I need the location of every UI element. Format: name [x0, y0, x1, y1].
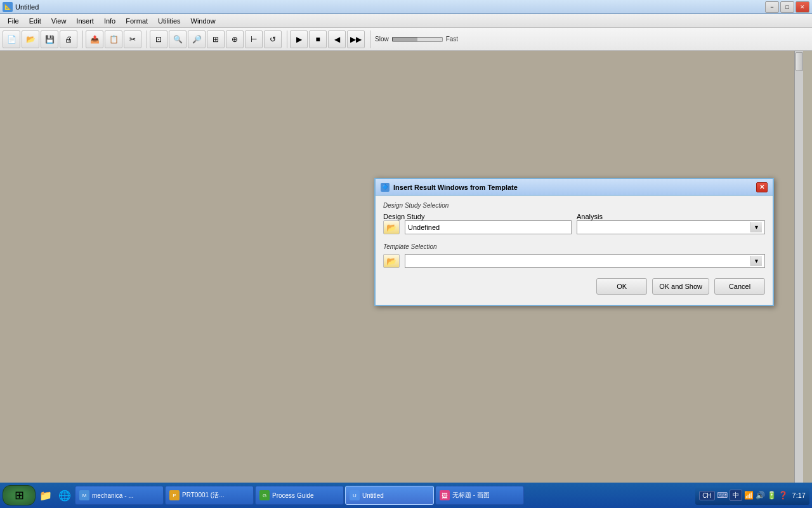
scroll-thumb[interactable] [796, 52, 803, 71]
slow-label: Slow [375, 36, 389, 43]
taskbar-paint-icon: 🖼 [440, 490, 450, 500]
dialog-close-button[interactable]: ✕ [756, 182, 768, 192]
taskbar-untitled[interactable]: U Untitled [345, 486, 434, 505]
zoom-window-button[interactable]: ⊕ [226, 30, 244, 48]
taskbar-paint-label: 无标题 - 画图 [452, 491, 490, 500]
tray-help: ❓ [778, 491, 788, 500]
analysis-field-row: ▼ [577, 220, 765, 234]
menu-view[interactable]: View [46, 16, 72, 26]
taskbar-untitled-label: Untitled [362, 492, 384, 499]
taskbar-guide-icon: G [259, 490, 270, 500]
tray-keyboard: ⌨ [717, 491, 728, 500]
design-study-label: Design Study [383, 213, 572, 220]
play-button[interactable]: ▶ [290, 30, 308, 48]
taskbar-process-guide[interactable]: G Process Guide [255, 486, 344, 505]
design-study-value[interactable]: Undefined [405, 220, 572, 234]
template-field-row: 📂 ▼ [383, 254, 765, 268]
dialog-buttons: OK OK and Show Cancel [383, 276, 765, 297]
copy-page-button[interactable]: 📋 [105, 30, 122, 48]
menu-bar: File Edit View Insert Info Format Utilit… [0, 14, 812, 28]
fast-label: Fast [446, 36, 458, 43]
taskbar-paint[interactable]: 🖼 无标题 - 画图 [435, 486, 524, 505]
save-button[interactable]: 💾 [41, 30, 58, 48]
design-study-analysis-row: Design Study 📂 Undefined Analysis ▼ [383, 213, 765, 241]
close-button[interactable]: ✕ [796, 1, 809, 13]
zoom-in-button[interactable]: 🔍 [169, 30, 187, 48]
taskbar-untitled-icon: U [350, 490, 360, 500]
menu-window[interactable]: Window [186, 16, 221, 26]
new-button[interactable]: 📄 [3, 30, 20, 48]
taskbar-prt-icon: P [169, 490, 180, 500]
maximize-button[interactable]: □ [780, 1, 794, 13]
menu-edit[interactable]: Edit [24, 16, 46, 26]
dialog-body: Design Study Selection Design Study 📂 Un… [376, 196, 773, 305]
taskbar: ⊞ 📁 🌐 M mechanica - ... P PRT0001 (活... … [0, 483, 812, 508]
system-tray: CH ⌨ 中 📶 🔊 🔋 ❓ 7:17 [695, 486, 809, 505]
insert-button[interactable]: ⊢ [245, 30, 263, 48]
open-button[interactable]: 📂 [22, 30, 39, 48]
rotate-button[interactable]: ↺ [264, 30, 282, 48]
sep3 [284, 30, 287, 48]
ok-and-show-button[interactable]: OK and Show [652, 278, 709, 295]
analysis-label: Analysis [577, 213, 765, 220]
taskbar-prt-label: PRT0001 (活... [182, 491, 225, 500]
design-study-col: Design Study 📂 Undefined [383, 213, 572, 241]
lang-indicator: CH [699, 491, 714, 500]
zoom-fit-button[interactable]: ⊞ [207, 30, 225, 48]
tray-volume: 🔊 [756, 491, 765, 500]
zoom-out-button[interactable]: 🔎 [188, 30, 206, 48]
window-title: Untitled [15, 3, 765, 11]
app-icon: 📐 [3, 2, 13, 12]
sep2 [144, 30, 147, 48]
title-bar: 📐 Untitled − □ ✕ [0, 0, 812, 14]
menu-utilities[interactable]: Utilities [153, 16, 185, 26]
template-section-label: Template Selection [383, 243, 765, 250]
analysis-dropdown[interactable]: ▼ [577, 220, 765, 234]
right-scrollbar[interactable] [794, 51, 803, 483]
tray-time: 7:17 [792, 491, 806, 499]
lang-input: 中 [730, 490, 742, 501]
toolbar: 📄 📂 💾 🖨 📤 📋 ✂ ⊡ 🔍 🔎 ⊞ ⊕ ⊢ ↺ ▶ ■ ◀ ▶▶ Slo… [0, 28, 812, 51]
speed-slider[interactable] [392, 37, 443, 42]
sep4 [367, 30, 370, 48]
design-study-folder-button[interactable]: 📂 [383, 220, 400, 234]
cut-button[interactable]: ✂ [124, 30, 141, 48]
app-area: 📐 Untitled − □ ✕ File Edit View Insert I… [0, 0, 812, 483]
select-button[interactable]: ⊡ [150, 30, 167, 48]
dialog-icon: 🔷 [381, 183, 390, 192]
menu-format[interactable]: Format [121, 16, 153, 26]
cancel-button[interactable]: Cancel [714, 278, 765, 295]
prev-button[interactable]: ◀ [328, 30, 346, 48]
ok-button[interactable]: OK [596, 278, 647, 295]
analysis-col: Analysis ▼ [577, 213, 765, 241]
minimize-button[interactable]: − [765, 1, 779, 13]
print-button[interactable]: 🖨 [60, 30, 77, 48]
analysis-dropdown-arrow[interactable]: ▼ [750, 222, 762, 232]
start-button[interactable]: ⊞ [3, 485, 36, 505]
quicklaunch-ie[interactable]: 🌐 [56, 486, 74, 504]
template-folder-button[interactable]: 📂 [383, 254, 400, 268]
menu-file[interactable]: File [3, 16, 24, 26]
menu-insert[interactable]: Insert [71, 16, 99, 26]
taskbar-guide-label: Process Guide [272, 492, 314, 499]
design-study-field-row: 📂 Undefined [383, 220, 572, 234]
dialog-title-bar: 🔷 Insert Result Windows from Template ✕ [376, 179, 773, 196]
template-dropdown[interactable]: ▼ [405, 254, 765, 268]
sep1 [80, 30, 83, 48]
menu-info[interactable]: Info [99, 16, 121, 26]
taskbar-mechanica[interactable]: M mechanica - ... [75, 486, 164, 505]
quicklaunch-explorer[interactable]: 📁 [37, 486, 55, 504]
tray-battery: 🔋 [767, 491, 776, 500]
export-button[interactable]: 📤 [86, 30, 103, 48]
template-dropdown-arrow[interactable]: ▼ [750, 256, 762, 266]
window-controls: − □ ✕ [765, 1, 809, 13]
next-button[interactable]: ▶▶ [347, 30, 365, 48]
dialog-insert-result-windows: 🔷 Insert Result Windows from Template ✕ … [374, 178, 774, 306]
dialog-title-text: Insert Result Windows from Template [393, 184, 756, 191]
taskbar-mechanica-icon: M [79, 490, 89, 500]
stop-button[interactable]: ■ [309, 30, 327, 48]
main-canvas: 🔷 Insert Result Windows from Template ✕ … [0, 51, 803, 483]
design-study-section-label: Design Study Selection [383, 202, 765, 209]
taskbar-prt0001[interactable]: P PRT0001 (活... [165, 486, 254, 505]
tray-network: 📶 [744, 491, 754, 500]
